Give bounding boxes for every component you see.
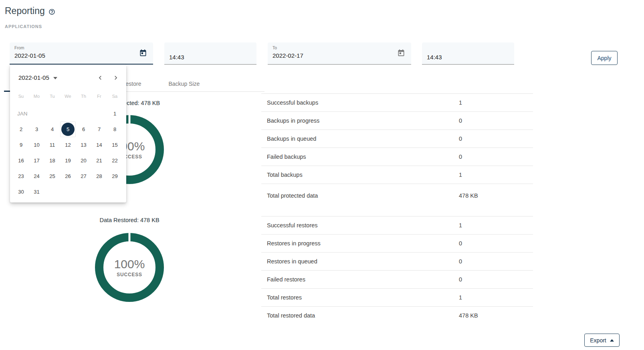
calendar-day[interactable]: 22	[107, 153, 123, 168]
next-month-button[interactable]	[110, 72, 122, 84]
calendar-day[interactable]: 8	[107, 121, 123, 137]
export-button[interactable]: Export	[584, 334, 620, 347]
calendar-icon[interactable]	[397, 49, 405, 57]
calendar-day[interactable]: 2	[13, 121, 29, 137]
stat-row: Successful backups1	[261, 93, 533, 111]
to-time-field[interactable]: 14:43	[422, 42, 514, 65]
chevron-down-icon	[53, 77, 57, 79]
from-date-field[interactable]: From 2022-01-05	[10, 42, 153, 65]
calendar-day[interactable]: 18	[44, 153, 60, 168]
stat-label: Backups in progress	[267, 117, 459, 124]
stat-value: 1	[459, 222, 462, 229]
from-time-value: 14:43	[169, 54, 184, 61]
help-icon[interactable]	[48, 8, 55, 15]
calendar-day[interactable]: 4	[44, 121, 60, 137]
apply-button[interactable]: Apply	[591, 51, 618, 65]
calendar-header-date: 2022-01-05	[18, 74, 49, 81]
calendar-day[interactable]: 29	[107, 168, 123, 184]
stat-label: Failed backups	[267, 154, 459, 160]
data-restored-title: Data Restored: 478 KB	[77, 217, 182, 223]
calendar-day[interactable]: 7	[91, 121, 107, 137]
stat-label: Successful restores	[267, 222, 459, 229]
data-restored-donut: 100% SUCCESS	[95, 233, 164, 302]
backup-stats-table: Successful backups1Backups in progress0B…	[261, 93, 533, 207]
calendar-day-empty	[91, 184, 107, 200]
calendar-day-empty	[44, 184, 60, 200]
stat-value: 0	[459, 117, 462, 124]
stat-value: 0	[459, 240, 462, 247]
calendar-day[interactable]: 31	[29, 184, 44, 200]
page-header: Reporting	[5, 6, 55, 16]
stat-row: Failed backups0	[261, 148, 533, 166]
calendar-day[interactable]: 3	[29, 121, 44, 137]
caret-up-icon	[610, 339, 614, 342]
stat-row: Failed restores0	[261, 270, 533, 288]
stat-label: Total restored data	[267, 312, 459, 319]
from-time-field[interactable]: 14:43	[164, 42, 256, 65]
calendar-day[interactable]: 15	[107, 137, 123, 153]
calendar-day-selected[interactable]: 5	[60, 121, 76, 137]
calendar-month-label: JAN	[13, 106, 29, 121]
stat-label: Restores in progress	[267, 240, 459, 247]
calendar-day[interactable]: 28	[91, 168, 107, 184]
calendar-day[interactable]: 9	[13, 137, 29, 153]
calendar-day[interactable]: 17	[29, 153, 44, 168]
stat-value: 1	[459, 172, 462, 178]
stat-row: Total restores1	[261, 288, 533, 306]
calendar-day[interactable]: 25	[44, 168, 60, 184]
stat-row: Backups in queued0	[261, 129, 533, 148]
calendar-day[interactable]: 14	[91, 137, 107, 153]
calendar-day[interactable]: 21	[91, 153, 107, 168]
calendar-day[interactable]: 6	[76, 121, 91, 137]
calendar-day[interactable]: 20	[76, 153, 91, 168]
stat-value: 0	[459, 154, 462, 160]
calendar-day-empty	[76, 106, 91, 121]
calendar-day-empty	[44, 106, 60, 121]
calendar-day[interactable]: 12	[60, 137, 76, 153]
to-time-value: 14:43	[427, 54, 442, 61]
weekday-label: Th	[76, 91, 91, 101]
stat-row: Restores in queued0	[261, 252, 533, 270]
calendar-day[interactable]: 24	[29, 168, 44, 184]
calendar-day[interactable]: 26	[60, 168, 76, 184]
stat-row: Total backups1	[261, 166, 533, 184]
calendar-day[interactable]: 23	[13, 168, 29, 184]
stat-label: Backups in queued	[267, 136, 459, 142]
to-date-field[interactable]: To 2022-02-17	[268, 42, 411, 65]
weekday-label: We	[60, 91, 76, 101]
calendar-day-empty	[60, 184, 76, 200]
tab-backup-size[interactable]: Backup Size	[155, 75, 213, 92]
stat-label: Restores in queued	[267, 258, 459, 265]
stat-row: Successful restores1	[261, 216, 533, 234]
from-date-value: 2022-01-05	[14, 52, 148, 59]
calendar-date-selector[interactable]: 2022-01-05	[18, 74, 57, 81]
calendar-day[interactable]: 10	[29, 137, 44, 153]
stat-value: 0	[459, 258, 462, 265]
prev-month-button[interactable]	[94, 72, 106, 84]
stat-row: Restores in progress0	[261, 234, 533, 252]
calendar-day[interactable]: 1	[107, 106, 123, 121]
stat-value: 1	[459, 294, 462, 301]
export-label: Export	[590, 337, 606, 344]
success-caption: SUCCESS	[117, 272, 142, 277]
stat-value: 0	[459, 136, 462, 142]
calendar-day-empty	[107, 184, 123, 200]
weekday-label: Mo	[29, 91, 44, 101]
stat-label: Total restores	[267, 294, 459, 301]
stat-label: Successful backups	[267, 99, 459, 106]
calendar-day[interactable]: 11	[44, 137, 60, 153]
section-label: APPLICATIONS	[5, 24, 42, 29]
calendar-day[interactable]: 27	[76, 168, 91, 184]
weekday-label: Fr	[91, 91, 107, 101]
calendar-day[interactable]: 30	[13, 184, 29, 200]
calendar-icon[interactable]	[139, 49, 147, 57]
calendar-day[interactable]: 19	[60, 153, 76, 168]
calendar-day-empty	[76, 184, 91, 200]
success-percent: 100%	[114, 257, 145, 271]
weekday-label: Sa	[107, 91, 123, 101]
weekday-label: Su	[13, 91, 29, 101]
calendar-day[interactable]: 16	[13, 153, 29, 168]
stat-label: Total backups	[267, 172, 459, 178]
calendar-day[interactable]: 13	[76, 137, 91, 153]
stat-row: Total restored data478 KB	[261, 306, 533, 324]
